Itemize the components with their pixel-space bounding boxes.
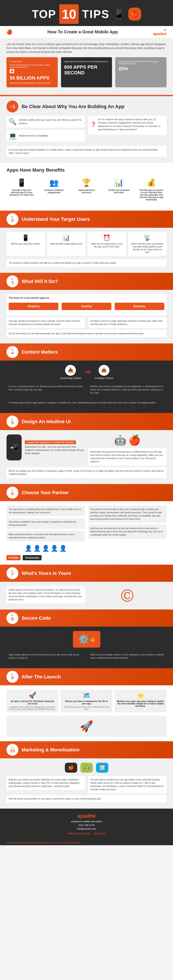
footer-website[interactable]: WWW.APADMI.COM [68, 832, 90, 835]
tip11-badge-inner: No. 10 [10, 746, 15, 753]
phone-screen-icon: 📲 [10, 444, 18, 451]
stat2-number: 800 APPS PER SECOND [64, 64, 109, 76]
tip1-badge: No. 1 [6, 100, 18, 113]
tip1-content: 🔍 Identify exactly what your app is for,… [6, 116, 167, 144]
q3-icon: ⏰ [90, 234, 124, 241]
launch-item1-title: An app is not just for Christmas obvious… [9, 700, 56, 705]
person-icon-2: 👤 [33, 545, 41, 552]
tip8-title: What's Yours Is Yours [22, 571, 71, 576]
tip6-left: 📲 A good user experience is critical for… [6, 434, 85, 467]
tip5-cols: If you're consuming content, it's vital … [6, 383, 167, 399]
tip4-bottom-text: Do the more ideas you can add functional… [9, 332, 164, 335]
tip11-left-text: Build the buzz before you launch. Advert… [9, 778, 83, 788]
no-label-4: No. [11, 278, 14, 280]
footer-twitter[interactable]: @APADMI [94, 832, 106, 835]
tip7-left-text: You may have a compelling idea and a det… [9, 508, 83, 514]
tip4-left-box: Your app should be developed to meet a s… [6, 317, 85, 328]
benefit-4: 📊 Create new business and sales [104, 176, 134, 203]
star-icon: ⭐ [117, 692, 164, 699]
tip6-right-box: Remember that above all an Android app i… [88, 448, 167, 465]
tip4-left: Your app should be developed to meet a s… [6, 317, 85, 330]
tip6-section: 📲 A good user experience is critical for… [0, 430, 173, 484]
benefit-5: 💰 Provide you an income in your field an… [136, 176, 167, 203]
tip4-section: The keys to a successful app are Simplic… [0, 290, 173, 344]
stat-box-2: Apps data that customers are downloading… [61, 57, 112, 88]
tip5-bottom: If hosting content makes apps harder to … [6, 399, 167, 406]
rocket-icon: 🚀 [80, 720, 93, 732]
benefit-1: 📱 Provide a fast and efficient way for y… [6, 176, 37, 203]
phone-mockup: 📲 [6, 434, 22, 460]
android-store-icon: 🤖 [80, 763, 93, 773]
header: TOP 10 TIPS 📱 🍎 🍎 How To Create a Great … [0, 0, 173, 38]
phone-mockup-area: 📲 A good user experience is critical for… [6, 434, 85, 460]
benefit1-icon: 📱 [9, 178, 35, 187]
rocket-section: 🚀 [6, 716, 167, 737]
tip7-need-text: You need to establish if you need to bri… [9, 520, 83, 527]
secure-icon-area: ⚙️ 💰 [6, 631, 167, 651]
platform-icons: 🤖 🍎 [88, 434, 167, 446]
tip1-icon-box: 🔍 Identify exactly what your app is for,… [6, 116, 85, 127]
tip9-left-text: Again unless agreed up front ensure that… [9, 653, 83, 660]
benefit3-icon: 🏆 [74, 178, 99, 187]
tip4-right: It's better to launch a single applicati… [88, 317, 167, 330]
tip1-left-text: Identify exactly what your app is for, a… [19, 118, 83, 125]
tip6-expectations: Expectations are high - users are accust… [25, 445, 85, 455]
tip10-num: 9 [11, 675, 14, 680]
tip5-bottom-text: If hosting content makes apps harder to … [9, 401, 164, 404]
paid-icon: 💰 [90, 637, 95, 642]
tip7-need-box: You need to establish if you need to bri… [6, 518, 85, 529]
tip11-left: Build the buzz before you launch. Advert… [6, 776, 85, 795]
tip1-devices: 💻 Multiple device compatibility [6, 130, 85, 142]
key-3: Reliability [115, 303, 164, 310]
source-label: Source: [6, 842, 13, 844]
benefit3-label: Improved brand presence [74, 189, 99, 194]
tip7-right-text: This partner should be able to take your… [90, 508, 165, 521]
tip6-badge-inner: No. 5 [11, 418, 14, 425]
launch-items-row: 🚀 An app is not just for Christmas obvio… [6, 690, 167, 713]
benefit5-label: Provide you an income in your field and … [138, 189, 164, 201]
launch-item-2: 🗺️ Ensure you have a roadmap for the lif… [61, 690, 112, 713]
roadmap-icon: 🗺️ [63, 692, 110, 699]
tip6-cols: 📲 A good user experience is critical for… [6, 434, 167, 467]
tip5-num: 4 [11, 351, 14, 355]
tip9-cols: Again unless agreed up front ensure that… [6, 651, 167, 664]
team-icons-row: 👤 👤 👤 👤 👤 [6, 545, 85, 552]
stats-row: In July 2013 On the 5th Anniversary of t… [6, 57, 167, 88]
q2-icon: 📊 [49, 234, 83, 241]
launch-item-1: 🚀 An app is not just for Christmas obvio… [6, 690, 58, 713]
tip8-banner: No. 7 What's Yours Is Yours [0, 565, 173, 582]
launch-item2-text: This will ensure you have built a produc… [63, 706, 110, 710]
brand-section: by apadmi [153, 28, 167, 36]
tip3-title: Understand Your Target Users [22, 216, 90, 222]
tip1-left: 🔍 Identify exactly what your app is for,… [6, 116, 85, 144]
gear-icon: ⚙️ [78, 634, 89, 644]
type2-label: Creating Content [95, 377, 113, 379]
tip1-right-text: Is it to enhance the way customers inter… [98, 118, 165, 131]
tip3-section: 📱 Will the app meet their needs? 📊 What … [0, 228, 173, 273]
keys-label-box: The keys to a successful app are Simplic… [6, 294, 167, 315]
tip7-choosing-box: When choosing a partner, remember their … [6, 531, 85, 541]
tip1-devices-text: Multiple device compatibility [19, 134, 48, 137]
tip3-num: 2 [11, 218, 14, 223]
source-url[interactable]: http://www.apadmi.com/whitepapers/12-top… [14, 842, 81, 844]
tip11-right-box: You will need to consider how your app m… [88, 776, 167, 793]
tip1-right-box: ❓ Is it to enhance the way customers int… [88, 116, 167, 135]
tip7-banner: No. 6 Choose Your Partner [0, 484, 173, 501]
app-icon: 🍎 [128, 8, 141, 21]
tip7-left-box1: You may have a compelling idea and a det… [6, 506, 85, 516]
tip1-section: No. 1 Be Clear About Why You Are Buildin… [0, 96, 173, 163]
app-store-icon: 🍎 [131, 11, 138, 18]
tip5-banner: No. 4 Content Matters [0, 344, 173, 361]
q4-text: Where will they have connectivity, and w… [131, 242, 165, 254]
tip9-title: Secure Code [22, 615, 51, 621]
footer-phone: 0161 236 5176 [6, 824, 167, 826]
questions-row: 📱 Will the app meet their needs? 📊 What … [6, 232, 167, 256]
tip4-title: What Will It Do? [22, 278, 58, 284]
tip8-section: Unless agreed up front for 'commercial r… [0, 582, 173, 609]
stat3-number: 20% [118, 66, 163, 72]
tip3-bottom-text: The answers to these questions will help… [9, 261, 164, 264]
tip4-cols: Your app should be developed to meet a s… [6, 317, 167, 330]
tip5-title: Content Matters [22, 349, 58, 355]
tip8-cols: Unless agreed up front for 'commercial r… [6, 586, 167, 605]
benefit2-label: Increase Customer engagement [41, 189, 67, 194]
